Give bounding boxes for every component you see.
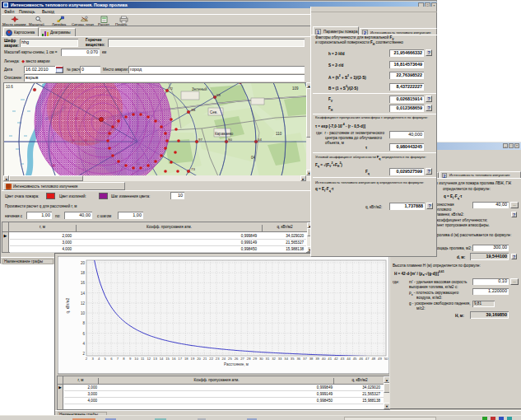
svg-text:38: 38 — [309, 357, 314, 361]
svg-text:72: 72 — [169, 86, 173, 91]
svg-text:24: 24 — [221, 357, 226, 361]
svg-text:18: 18 — [81, 271, 86, 275]
svg-text:47: 47 — [365, 357, 370, 361]
svg-text:23: 23 — [216, 357, 220, 361]
svg-text:34: 34 — [284, 357, 288, 361]
svg-text:49: 49 — [378, 357, 382, 361]
svg-text:10: 10 — [134, 357, 138, 361]
svg-text:q, кВт/м2: q, кВт/м2 — [66, 297, 70, 313]
svg-text:46: 46 — [359, 357, 363, 361]
svg-text:31: 31 — [266, 357, 270, 361]
svg-text:16: 16 — [172, 357, 176, 361]
svg-text:109: 109 — [292, 86, 299, 91]
svg-text:41: 41 — [328, 357, 332, 361]
svg-text:97: 97 — [198, 138, 202, 142]
svg-text:58: 58 — [216, 93, 221, 97]
svg-text:42: 42 — [334, 357, 338, 361]
svg-text:15: 15 — [165, 357, 170, 361]
svg-text:29: 29 — [253, 357, 257, 361]
svg-text:11: 11 — [141, 357, 145, 361]
svg-text:40: 40 — [322, 357, 326, 361]
svg-text:27: 27 — [240, 357, 244, 361]
svg-text:04: 04 — [258, 138, 262, 142]
svg-text:45: 45 — [353, 357, 357, 361]
svg-text:30: 30 — [259, 357, 263, 361]
svg-text:20: 20 — [81, 261, 86, 265]
svg-text:20: 20 — [197, 357, 201, 361]
svg-text:12: 12 — [81, 301, 86, 306]
svg-text:14: 14 — [81, 292, 86, 296]
svg-text:22: 22 — [209, 357, 213, 361]
svg-text:12: 12 — [147, 357, 151, 361]
svg-text:28: 28 — [247, 357, 251, 361]
svg-text:90: 90 — [228, 138, 232, 142]
svg-text:3В: 3В — [191, 108, 195, 112]
svg-text:39: 39 — [315, 357, 319, 361]
svg-text:50: 50 — [384, 357, 388, 361]
svg-text:21: 21 — [203, 357, 207, 361]
svg-text:44: 44 — [347, 357, 351, 361]
svg-text:37: 37 — [303, 357, 307, 361]
svg-text:10: 10 — [81, 311, 86, 315]
svg-text:Караваево: Караваево — [215, 132, 234, 136]
svg-text:73: 73 — [191, 167, 195, 171]
svg-text:14: 14 — [160, 357, 164, 361]
svg-text:35: 35 — [291, 357, 295, 361]
svg-text:Зеленый: Зеленый — [192, 86, 207, 91]
svg-text:19: 19 — [191, 357, 195, 361]
svg-text:110: 110 — [276, 132, 282, 136]
svg-text:48: 48 — [371, 357, 375, 361]
svg-text:Сев.: Сев. — [210, 110, 217, 114]
svg-text:33: 33 — [278, 357, 282, 361]
svg-text:16: 16 — [81, 281, 86, 285]
svg-text:43: 43 — [341, 357, 345, 361]
svg-text:17: 17 — [178, 357, 182, 361]
svg-text:18: 18 — [184, 357, 188, 361]
svg-text:Расстояние, м: Расстояние, м — [224, 362, 249, 366]
svg-text:36: 36 — [296, 357, 300, 361]
svg-text:26: 26 — [235, 357, 239, 361]
svg-text:25: 25 — [228, 357, 232, 361]
svg-text:32: 32 — [272, 357, 276, 361]
svg-text:10.6: 10.6 — [6, 85, 13, 89]
svg-text:13: 13 — [153, 357, 157, 361]
